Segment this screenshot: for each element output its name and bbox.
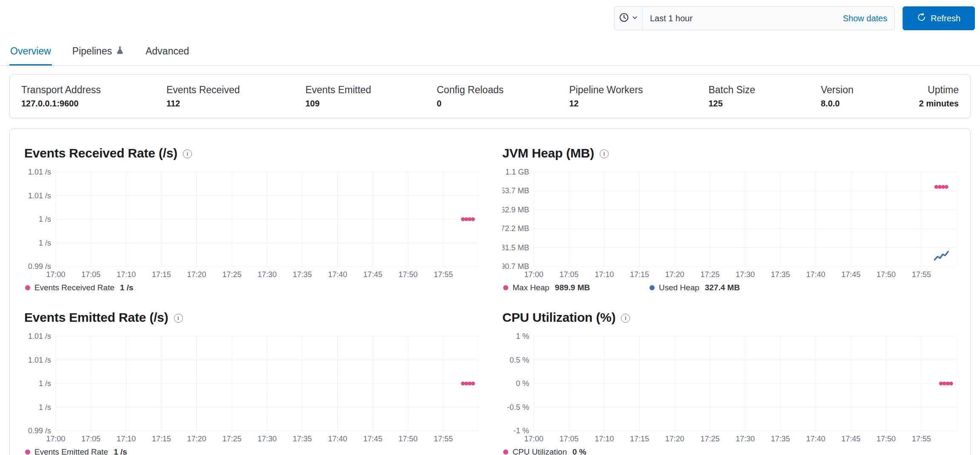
svg-text:1.01 /s: 1.01 /s — [28, 333, 51, 341]
svg-text:17:30: 17:30 — [257, 435, 276, 443]
chart-jvm-heap: JVM Heap (MB) i 1.1 GB953.7 MB762.9 MB57… — [502, 146, 957, 292]
svg-text:17:55: 17:55 — [434, 270, 453, 279]
legend-item[interactable]: CPU Utilization 0 % — [503, 447, 587, 455]
svg-text:17:45: 17:45 — [363, 270, 382, 279]
chart-title: Events Emitted Rate (/s) — [24, 310, 168, 325]
svg-text:17:10: 17:10 — [117, 435, 136, 443]
svg-text:17:05: 17:05 — [81, 270, 100, 279]
stat-label: Events Received — [166, 84, 240, 96]
svg-text:17:40: 17:40 — [806, 270, 825, 279]
svg-text:17:50: 17:50 — [399, 435, 418, 443]
chart-title: JVM Heap (MB) — [502, 146, 594, 160]
chart-legend: Max Heap 989.9 MB Used Heap 327.4 MB — [502, 283, 957, 292]
svg-text:17:00: 17:00 — [524, 435, 543, 443]
svg-text:17:25: 17:25 — [222, 270, 242, 279]
stat-pipeline-workers: Pipeline Workers 12 — [569, 84, 643, 109]
svg-text:17:45: 17:45 — [841, 435, 860, 443]
show-dates-link[interactable]: Show dates — [843, 14, 887, 23]
svg-text:1 /s: 1 /s — [39, 239, 51, 247]
svg-text:17:00: 17:00 — [46, 435, 65, 443]
stat-value: 12 — [569, 99, 643, 109]
svg-text:17:20: 17:20 — [665, 435, 684, 443]
stat-transport-address: Transport Address 127.0.0.1:9600 — [21, 84, 101, 109]
tab-pipelines[interactable]: Pipelines — [71, 40, 125, 66]
svg-text:953.7 MB: 953.7 MB — [502, 186, 529, 195]
svg-text:17:10: 17:10 — [595, 270, 614, 279]
stat-config-reloads: Config Reloads 0 — [437, 84, 504, 109]
svg-text:17:05: 17:05 — [81, 435, 100, 443]
legend-dot-icon — [650, 285, 655, 290]
info-icon[interactable]: i — [174, 314, 183, 323]
legend-value: 989.9 MB — [555, 283, 590, 292]
stat-value: 125 — [709, 99, 755, 109]
stat-uptime: Uptime 2 minutes — [919, 84, 959, 109]
svg-text:17:40: 17:40 — [806, 435, 825, 443]
time-range-value[interactable]: Last 1 hour — [650, 14, 843, 23]
quick-select-button[interactable] — [615, 7, 643, 30]
stat-value: 112 — [166, 99, 240, 109]
svg-text:17:55: 17:55 — [434, 435, 453, 443]
tab-advanced[interactable]: Advanced — [145, 40, 190, 66]
clock-icon — [619, 12, 629, 24]
svg-text:17:35: 17:35 — [771, 270, 790, 279]
chart-events-received-rate: Events Received Rate (/s) i 1.01 /s1.01 … — [24, 146, 479, 292]
svg-text:762.9 MB: 762.9 MB — [502, 206, 529, 214]
info-icon[interactable]: i — [600, 149, 609, 158]
svg-text:1 /s: 1 /s — [39, 215, 51, 223]
svg-text:1.1 GB: 1.1 GB — [505, 169, 529, 176]
svg-text:17:05: 17:05 — [559, 270, 578, 279]
refresh-button[interactable]: Refresh — [903, 6, 975, 30]
svg-text:17:50: 17:50 — [399, 270, 418, 279]
svg-text:1 %: 1 % — [516, 333, 529, 341]
svg-text:17:15: 17:15 — [630, 270, 649, 279]
chart-canvas: 1 %0.5 %0 %-0.5 %-1 %17:0017:0517:1017:1… — [502, 333, 957, 445]
svg-text:17:15: 17:15 — [152, 435, 171, 443]
legend-label: Events Received Rate — [34, 283, 114, 292]
svg-text:17:35: 17:35 — [293, 435, 312, 443]
svg-text:0.99 /s: 0.99 /s — [28, 426, 51, 435]
chart-events-emitted-rate: Events Emitted Rate (/s) i 1.01 /s1.01 /… — [24, 310, 479, 455]
legend-value: 0 % — [573, 447, 587, 455]
chart-title: CPU Utilization (%) — [502, 310, 615, 325]
time-range-picker: Last 1 hour Show dates — [614, 6, 895, 30]
legend-item[interactable]: Max Heap 989.9 MB — [503, 283, 590, 292]
svg-text:17:55: 17:55 — [912, 270, 931, 279]
legend-value: 327.4 MB — [705, 283, 740, 292]
svg-text:17:35: 17:35 — [771, 435, 790, 443]
svg-text:17:10: 17:10 — [595, 435, 614, 443]
legend-item[interactable]: Used Heap 327.4 MB — [650, 283, 740, 292]
svg-text:17:20: 17:20 — [187, 270, 206, 279]
legend-value: 1 /s — [120, 283, 134, 292]
svg-text:17:20: 17:20 — [665, 270, 684, 279]
svg-text:17:25: 17:25 — [701, 270, 720, 279]
info-icon[interactable]: i — [183, 149, 192, 158]
svg-text:1 /s: 1 /s — [39, 403, 51, 412]
svg-text:17:45: 17:45 — [363, 435, 382, 443]
svg-text:1.01 /s: 1.01 /s — [28, 169, 51, 176]
legend-dot-icon — [503, 285, 508, 290]
svg-text:17:20: 17:20 — [187, 435, 206, 443]
legend-dot-icon — [503, 449, 508, 455]
chevron-down-icon — [631, 14, 638, 23]
summary-stats-panel: Transport Address 127.0.0.1:9600 Events … — [9, 74, 971, 118]
legend-item[interactable]: Events Emitted Rate 1 /s — [25, 447, 127, 455]
legend-label: Events Emitted Rate — [34, 447, 108, 455]
legend-item[interactable]: Events Received Rate 1 /s — [25, 283, 134, 292]
svg-text:0 %: 0 % — [516, 379, 529, 388]
legend-dot-icon — [25, 449, 30, 455]
beaker-icon — [116, 46, 124, 57]
tab-bar: Overview Pipelines Advanced — [0, 40, 980, 66]
svg-text:190.7 MB: 190.7 MB — [502, 262, 529, 271]
svg-text:17:25: 17:25 — [222, 435, 242, 443]
svg-text:17:50: 17:50 — [877, 270, 896, 279]
refresh-button-label: Refresh — [931, 14, 960, 23]
tab-overview[interactable]: Overview — [9, 40, 52, 66]
tab-pipelines-label: Pipelines — [72, 46, 112, 57]
svg-text:17:35: 17:35 — [293, 270, 312, 279]
svg-text:572.2 MB: 572.2 MB — [502, 224, 529, 233]
svg-text:17:30: 17:30 — [257, 270, 276, 279]
info-icon[interactable]: i — [621, 314, 630, 323]
legend-label: Used Heap — [659, 283, 699, 292]
stat-label: Events Emitted — [305, 84, 371, 96]
svg-text:17:00: 17:00 — [524, 270, 543, 279]
